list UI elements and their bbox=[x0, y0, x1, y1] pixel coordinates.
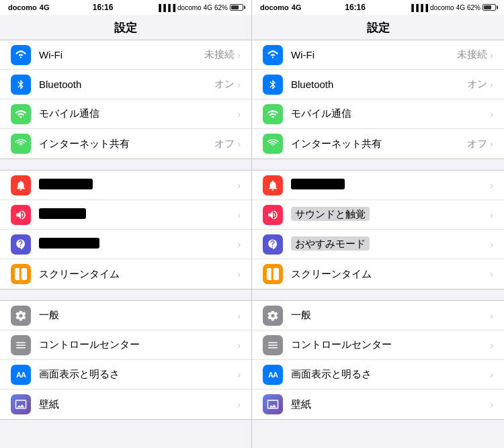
chevron-icon: › bbox=[490, 340, 493, 351]
settings-row-general[interactable]: 一般› bbox=[0, 301, 251, 330]
chevron-icon: › bbox=[237, 210, 241, 220]
network-right: 4G bbox=[456, 4, 465, 11]
sound-icon bbox=[263, 205, 283, 225]
row-label-hotspot: インターネット共有 bbox=[291, 138, 467, 150]
row-label-bluetooth: Bluetooth bbox=[39, 79, 214, 90]
settings-row-dnd[interactable]: › bbox=[0, 230, 251, 259]
settings-row-bluetooth[interactable]: Bluetoothオン› bbox=[0, 70, 251, 99]
settings-row-wallpaper[interactable]: 壁紙› bbox=[252, 390, 504, 419]
settings-row-wifi[interactable]: Wi-Fi未接続› bbox=[252, 40, 504, 70]
settings-row-wallpaper[interactable]: 壁紙› bbox=[0, 390, 251, 419]
status-carrier: docomo 4G bbox=[8, 3, 49, 11]
row-label-mobile: モバイル通信 bbox=[291, 107, 490, 120]
row-label-notif bbox=[39, 179, 237, 191]
status-bar: docomo 4G 16:16 ▐▐▐▐ docomo 4G 62% bbox=[0, 0, 251, 15]
settings-row-control[interactable]: コントロールセンター› bbox=[0, 330, 251, 360]
settings-group-network: Wi-Fi未接続›Bluetoothオン›モバイル通信›インターネット共有オフ› bbox=[0, 40, 251, 159]
wifi-icon bbox=[11, 45, 31, 65]
settings-row-screentime[interactable]: スクリーンタイム› bbox=[0, 259, 251, 289]
settings-row-notif[interactable]: › bbox=[0, 171, 251, 200]
chevron-icon: › bbox=[490, 180, 493, 191]
general-icon bbox=[11, 306, 31, 326]
settings-row-sound[interactable]: › bbox=[0, 200, 251, 230]
settings-row-bluetooth[interactable]: Bluetoothオン› bbox=[252, 70, 504, 99]
settings-group-system: 一般›コントロールセンター›AA画面表示と明るさ›壁紙› bbox=[252, 300, 504, 420]
row-label-wifi: Wi-Fi bbox=[291, 49, 457, 60]
page-title: 設定 bbox=[252, 15, 504, 40]
control-svg bbox=[15, 339, 27, 351]
settings-row-dnd[interactable]: おやすみモード› bbox=[252, 230, 504, 259]
status-carrier: docomo 4G bbox=[260, 3, 301, 11]
control-svg bbox=[267, 339, 279, 351]
settings-row-mobile[interactable]: モバイル通信› bbox=[252, 99, 504, 129]
row-value-wifi: 未接続 bbox=[457, 48, 487, 61]
wallpaper-icon bbox=[11, 394, 31, 414]
settings-group-notifications: ›サウンドと触覚›おやすみモード›スクリーンタイム› bbox=[252, 170, 504, 289]
settings-row-hotspot[interactable]: インターネット共有オフ› bbox=[252, 129, 504, 159]
row-value-bluetooth: オン bbox=[467, 78, 487, 91]
chevron-icon: › bbox=[237, 239, 241, 250]
row-label-screentime: スクリーンタイム bbox=[39, 268, 237, 281]
settings-group-notifications: ›››スクリーンタイム› bbox=[0, 170, 251, 289]
carrier-right: docomo bbox=[430, 4, 454, 11]
redacted-text bbox=[291, 179, 345, 189]
settings-row-control[interactable]: コントロールセンター› bbox=[252, 330, 504, 360]
sound-icon bbox=[11, 205, 31, 225]
chevron-icon: › bbox=[490, 369, 493, 380]
redacted-text bbox=[39, 208, 86, 219]
row-label-notif bbox=[291, 179, 490, 191]
row-label-general: 一般 bbox=[291, 309, 490, 322]
status-time: 16:16 bbox=[93, 3, 114, 12]
row-value-hotspot: オフ bbox=[214, 138, 235, 150]
general-svg bbox=[15, 310, 27, 322]
wifi-icon bbox=[263, 45, 283, 65]
chevron-icon: › bbox=[237, 138, 241, 149]
carrier-name: docomo bbox=[8, 3, 37, 11]
settings-row-screentime[interactable]: スクリーンタイム› bbox=[252, 259, 504, 289]
settings-row-hotspot[interactable]: インターネット共有オフ› bbox=[0, 129, 251, 159]
hotspot-icon bbox=[263, 134, 283, 154]
chevron-icon: › bbox=[490, 79, 493, 90]
screen-time-icon bbox=[11, 264, 31, 284]
wallpaper-icon bbox=[263, 394, 283, 414]
row-label-wallpaper: 壁紙 bbox=[39, 398, 237, 411]
network-type: 4G bbox=[40, 3, 50, 11]
wallpaper-svg bbox=[15, 398, 27, 410]
settings-row-wifi[interactable]: Wi-Fi未接続› bbox=[0, 40, 251, 70]
row-label-mobile: モバイル通信 bbox=[39, 107, 237, 120]
chevron-icon: › bbox=[237, 180, 241, 191]
settings-row-general[interactable]: 一般› bbox=[252, 301, 504, 330]
chevron-icon: › bbox=[490, 210, 493, 220]
control-icon bbox=[263, 335, 283, 355]
settings-row-display[interactable]: AA画面表示と明るさ› bbox=[0, 360, 251, 390]
battery-icon bbox=[230, 4, 243, 11]
settings-row-notif[interactable]: › bbox=[252, 171, 504, 200]
chevron-icon: › bbox=[490, 138, 493, 149]
dnd-icon bbox=[11, 234, 31, 255]
chevron-icon: › bbox=[237, 310, 241, 321]
chevron-icon: › bbox=[237, 109, 241, 120]
status-bar: docomo 4G 16:16 ▐▐▐▐ docomo 4G 62% bbox=[252, 0, 504, 15]
general-icon bbox=[263, 306, 283, 326]
carrier-right: docomo bbox=[177, 4, 202, 11]
chevron-icon: › bbox=[490, 310, 493, 321]
row-label-sound bbox=[39, 208, 237, 221]
row-label-dnd: おやすみモード bbox=[291, 238, 490, 251]
row-label-control: コントロールセンター bbox=[291, 339, 490, 351]
display-icon: AA bbox=[11, 365, 31, 385]
battery-percent: 62% bbox=[467, 4, 480, 11]
highlighted-label: サウンドと触覚 bbox=[291, 207, 370, 221]
panel-right: docomo 4G 16:16 ▐▐▐▐ docomo 4G 62% 設定Wi-… bbox=[252, 0, 504, 448]
row-label-display: 画面表示と明るさ bbox=[291, 368, 490, 381]
panel-left: docomo 4G 16:16 ▐▐▐▐ docomo 4G 62% 設定Wi-… bbox=[0, 0, 252, 448]
notif-icon bbox=[263, 175, 283, 195]
general-svg bbox=[267, 310, 279, 322]
status-right: ▐▐▐▐ docomo 4G 62% bbox=[409, 4, 496, 11]
settings-row-sound[interactable]: サウンドと触覚› bbox=[252, 200, 504, 230]
row-label-screentime: スクリーンタイム bbox=[291, 268, 490, 281]
settings-row-mobile[interactable]: モバイル通信› bbox=[0, 99, 251, 129]
row-label-wallpaper: 壁紙 bbox=[291, 398, 490, 411]
display-icon: AA bbox=[263, 365, 283, 385]
screen-time-icon bbox=[263, 264, 283, 284]
settings-row-display[interactable]: AA画面表示と明るさ› bbox=[252, 360, 504, 390]
